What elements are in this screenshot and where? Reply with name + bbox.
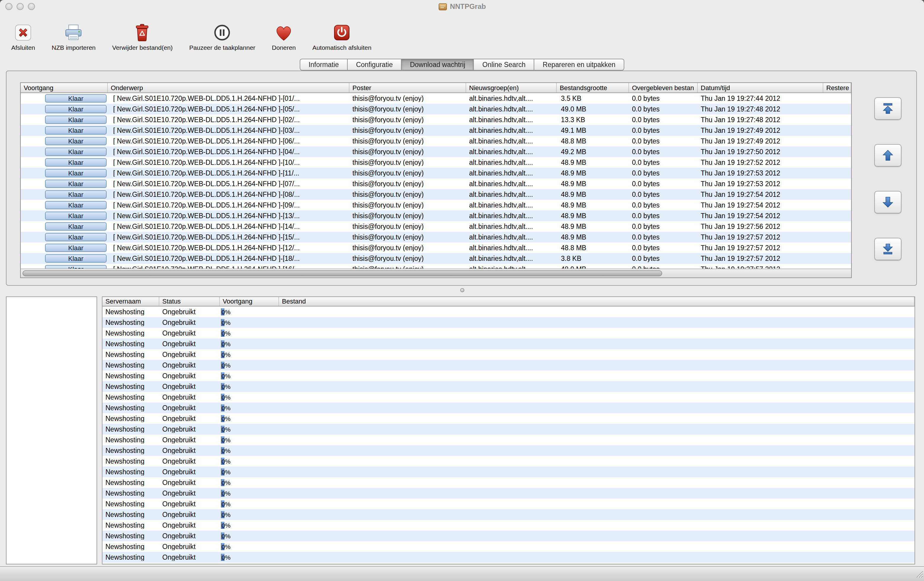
newsgroup-cell: alt.binaries.hdtv,alt.... — [466, 202, 557, 209]
toolbar-verwijder-button[interactable]: Verwijder bestand(en) — [107, 15, 178, 52]
progress-bar: 0% — [221, 479, 222, 486]
progress-cell: Klaar — [21, 116, 108, 124]
queue-row[interactable]: Klaar [ New.Girl.S01E10.720p.WEB-DL.DD5.… — [21, 232, 851, 242]
server-row[interactable]: Newshosting Ongebruikt 0% — [102, 328, 914, 339]
toolbar-pauzeer-button[interactable]: Pauzeer de taakplanner — [184, 15, 261, 52]
subject-cell: [ New.Girl.S01E10.720p.WEB-DL.DD5.1.H.26… — [108, 233, 350, 241]
queue-row[interactable]: Klaar [ New.Girl.S01E10.720p.WEB-DL.DD5.… — [21, 242, 851, 253]
queue-col-onderwerp[interactable]: Onderwerp — [108, 83, 350, 93]
server-col-voortgang[interactable]: Voortgang — [220, 297, 279, 306]
server-row[interactable]: Newshosting Ongebruikt 0% — [102, 477, 914, 488]
queue-row[interactable]: Klaar [ New.Girl.S01E10.720p.WEB-DL.DD5.… — [21, 114, 851, 125]
resize-grip[interactable] — [915, 570, 923, 580]
queue-row[interactable]: Klaar [ New.Girl.S01E10.720p.WEB-DL.DD5.… — [21, 146, 851, 157]
server-status-cell: Ongebruikt — [159, 468, 220, 475]
move-bottom-button[interactable] — [874, 238, 901, 260]
queue-row[interactable]: Klaar [ New.Girl.S01E10.720p.WEB-DL.DD5.… — [21, 93, 851, 104]
server-progress-cell: 0% — [220, 362, 279, 369]
toolbar-nzb-importeren-button[interactable]: NZB importeren — [46, 15, 101, 52]
queue-col-nieuwsgroepen[interactable]: Nieuwsgroep(en) — [466, 83, 557, 93]
progress-bar: 0% — [221, 490, 222, 497]
server-col-status[interactable]: Status — [159, 297, 220, 306]
server-row[interactable]: Newshosting Ongebruikt 0% — [102, 520, 914, 531]
toolbar-automatisch-afsluiten-button[interactable]: Automatisch afsluiten — [307, 15, 377, 52]
queue-row[interactable]: Klaar [ New.Girl.S01E10.720p.WEB-DL.DD5.… — [21, 210, 851, 221]
server-status-cell: Ongebruikt — [159, 447, 220, 454]
queue-row[interactable]: Klaar [ New.Girl.S01E10.720p.WEB-DL.DD5.… — [21, 264, 851, 268]
subject-cell: [ New.Girl.S01E10.720p.WEB-DL.DD5.1.H.26… — [108, 266, 350, 268]
size-cell: 49.0 MB — [557, 106, 629, 113]
newsgroup-cell: alt.binaries.hdtv,alt.... — [466, 127, 557, 134]
server-name-cell: Newshosting — [102, 340, 159, 348]
queue-col-voortgang[interactable]: Voortgang — [21, 83, 108, 93]
server-row[interactable]: Newshosting Ongebruikt 0% — [102, 488, 914, 498]
horizontal-scrollbar[interactable] — [21, 268, 851, 278]
move-top-button[interactable] — [874, 97, 901, 120]
tab-online-search[interactable]: Online Search — [474, 59, 535, 71]
tab-configuratie[interactable]: Configuratie — [347, 59, 402, 71]
poster-cell: thisis@foryou.tv (enjoy) — [350, 148, 466, 155]
queue-row[interactable]: Klaar [ New.Girl.S01E10.720p.WEB-DL.DD5.… — [21, 136, 851, 146]
queue-col-datum-tijd[interactable]: Datum/tijd — [698, 83, 823, 93]
queue-col-overgebleven[interactable]: Overgebleven bestan — [629, 83, 698, 93]
pane-splitter[interactable] — [0, 286, 924, 295]
server-row[interactable]: Newshosting Ongebruikt 0% — [102, 402, 914, 413]
server-col-servernaam[interactable]: Servernaam — [102, 297, 159, 306]
server-row[interactable]: Newshosting Ongebruikt 0% — [102, 360, 914, 371]
queue-row[interactable]: Klaar [ New.Girl.S01E10.720p.WEB-DL.DD5.… — [21, 168, 851, 179]
toolbar-doneren-button[interactable]: Doneren — [267, 15, 301, 52]
minimize-button[interactable] — [16, 3, 24, 10]
server-progress-cell: 0% — [220, 404, 279, 411]
titlebar[interactable]: NNTPGrab — [0, 0, 924, 13]
queue-col-resterend[interactable]: Restere — [823, 83, 851, 93]
queue-row[interactable]: Klaar [ New.Girl.S01E10.720p.WEB-DL.DD5.… — [21, 189, 851, 200]
move-up-button[interactable] — [874, 144, 901, 167]
server-row[interactable]: Newshosting Ongebruikt 0% — [102, 306, 914, 317]
server-row[interactable]: Newshosting Ongebruikt 0% — [102, 541, 914, 552]
queue-row[interactable]: Klaar [ New.Girl.S01E10.720p.WEB-DL.DD5.… — [21, 200, 851, 210]
server-row[interactable]: Newshosting Ongebruikt 0% — [102, 349, 914, 360]
server-row[interactable]: Newshosting Ongebruikt 0% — [102, 339, 914, 349]
server-col-bestand[interactable]: Bestand — [279, 297, 914, 306]
server-row[interactable]: Newshosting Ongebruikt 0% — [102, 435, 914, 445]
queue-row[interactable]: Klaar [ New.Girl.S01E10.720p.WEB-DL.DD5.… — [21, 125, 851, 136]
queue-row[interactable]: Klaar [ New.Girl.S01E10.720p.WEB-DL.DD5.… — [21, 221, 851, 232]
server-status-cell: Ongebruikt — [159, 351, 220, 358]
scrollbar-thumb[interactable] — [23, 270, 662, 276]
server-row[interactable]: Newshosting Ongebruikt 0% — [102, 456, 914, 467]
splitter-handle[interactable] — [460, 288, 464, 292]
queue-col-poster[interactable]: Poster — [350, 83, 466, 93]
server-row[interactable]: Newshosting Ongebruikt 0% — [102, 381, 914, 392]
progress-bar: 0% — [221, 362, 222, 369]
server-row[interactable]: Newshosting Ongebruikt 0% — [102, 371, 914, 381]
server-row[interactable]: Newshosting Ongebruikt 0% — [102, 552, 914, 563]
server-row[interactable]: Newshosting Ongebruikt 0% — [102, 317, 914, 328]
progress-cell: Klaar — [21, 94, 108, 103]
remaining-cell: 0.0 bytes — [629, 191, 698, 198]
zoom-button[interactable] — [28, 3, 35, 10]
server-row[interactable]: Newshosting Ongebruikt 0% — [102, 498, 914, 509]
server-row[interactable]: Newshosting Ongebruikt 0% — [102, 413, 914, 424]
queue-row[interactable]: Klaar [ New.Girl.S01E10.720p.WEB-DL.DD5.… — [21, 253, 851, 264]
queue-col-bestandsgrootte[interactable]: Bestandsgrootte — [557, 83, 629, 93]
queue-row[interactable]: Klaar [ New.Girl.S01E10.720p.WEB-DL.DD5.… — [21, 179, 851, 189]
tab-download-wachtrij[interactable]: Download wachtrij — [401, 59, 474, 71]
server-progress-cell: 0% — [220, 458, 279, 465]
progress-cell: Klaar — [21, 137, 108, 145]
queue-row[interactable]: Klaar [ New.Girl.S01E10.720p.WEB-DL.DD5.… — [21, 157, 851, 168]
tab-informatie[interactable]: Informatie — [300, 59, 348, 71]
server-row[interactable]: Newshosting Ongebruikt 0% — [102, 509, 914, 520]
server-row[interactable]: Newshosting Ongebruikt 0% — [102, 392, 914, 402]
server-row[interactable]: Newshosting Ongebruikt 0% — [102, 445, 914, 456]
queue-row[interactable]: Klaar [ New.Girl.S01E10.720p.WEB-DL.DD5.… — [21, 104, 851, 114]
poster-cell: thisis@foryou.tv (enjoy) — [350, 106, 466, 113]
close-button[interactable] — [5, 3, 12, 10]
tab-repareren-en-uitpakken[interactable]: Repareren en uitpakken — [534, 59, 625, 71]
move-down-button[interactable] — [874, 191, 901, 214]
server-row[interactable]: Newshosting Ongebruikt 0% — [102, 467, 914, 477]
toolbar-afsluiten-button[interactable]: Afsluiten — [6, 15, 41, 52]
server-row[interactable]: Newshosting Ongebruikt 0% — [102, 531, 914, 541]
progress-cell: Klaar — [21, 212, 108, 220]
progress-bar: 0% — [221, 372, 222, 379]
server-row[interactable]: Newshosting Ongebruikt 0% — [102, 424, 914, 435]
